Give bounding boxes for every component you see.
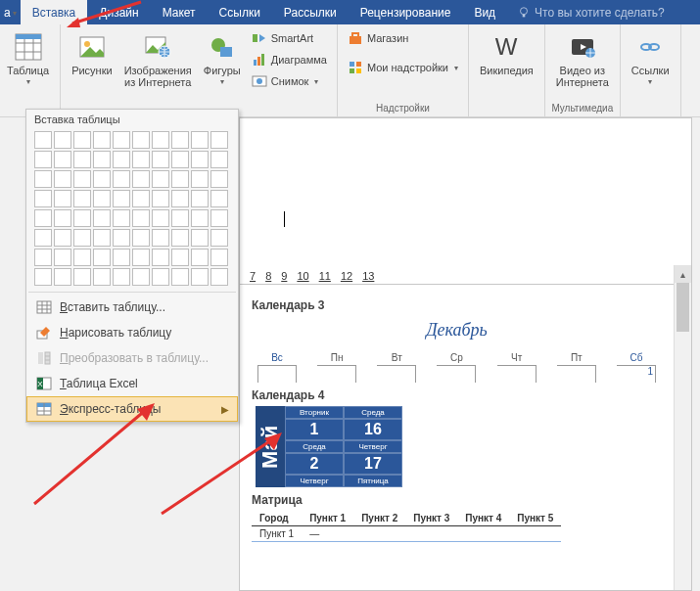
shapes-icon	[207, 31, 238, 63]
quick-tables-item[interactable]: Экспресс-таблицы ▶	[26, 396, 238, 422]
tab-design[interactable]: Дизайн	[87, 0, 150, 24]
table-dropdown: Вставка таблицы Вставить таблицу... Нари…	[25, 109, 239, 423]
excel-icon: X	[36, 376, 52, 391]
smartart-icon	[252, 30, 267, 46]
excel-table-item[interactable]: X Таблица Excel	[26, 371, 238, 396]
tab-partial[interactable]: а▾	[0, 0, 21, 24]
svg-rect-38	[45, 352, 50, 364]
calendar4-preview[interactable]: Май ВторникСреда 116 СредаЧетверг 217 Че…	[256, 406, 402, 487]
ribbon-tabs: а▾ Вставка Дизайн Макет Ссылки Рассылки …	[0, 0, 700, 24]
svg-point-9	[84, 41, 90, 47]
svg-rect-17	[257, 57, 260, 66]
smartart-button[interactable]: SmartArt	[248, 28, 331, 48]
tab-mailings[interactable]: Рассылки	[272, 0, 349, 24]
table-mini-icon	[36, 299, 52, 315]
draw-table-item[interactable]: Нарисовать таблицу	[26, 320, 238, 345]
svg-rect-7	[16, 34, 41, 39]
screenshot-icon	[252, 73, 267, 89]
online-pictures-button[interactable]: Изображенияиз Интернета	[119, 28, 197, 91]
matrix-preview[interactable]: ГородПункт 1Пункт 2Пункт 3Пункт 4Пункт 5…	[252, 511, 662, 542]
svg-point-20	[257, 78, 262, 84]
text-cursor	[284, 211, 285, 227]
scroll-thumb[interactable]	[677, 283, 689, 332]
insert-table-label: ставить таблицу...	[68, 300, 165, 314]
pencil-icon	[36, 325, 52, 341]
my-addins-button[interactable]: Мои надстройки▾	[344, 58, 462, 77]
svg-rect-14	[253, 34, 257, 42]
calendar4-heading: Календарь 4	[252, 388, 662, 402]
group-wikipedia: W Википедия	[469, 24, 545, 116]
group-addins: Магазин Мои надстройки▾ Надстройки	[338, 24, 469, 116]
convert-table-item: Преобразовать в таблицу...	[26, 345, 238, 371]
tab-layout[interactable]: Макет	[151, 0, 208, 24]
ruler: 78910111213	[240, 267, 674, 285]
svg-rect-31	[37, 301, 51, 313]
group-links: Ссылки ▾	[621, 24, 681, 116]
online-video-button[interactable]: Видео изИнтернета	[551, 28, 614, 88]
wikipedia-icon: W	[490, 31, 522, 63]
pictures-button[interactable]: Рисунки	[67, 28, 117, 91]
quick-tables-panel[interactable]: Календарь 3 Декабрь Вс Пн Вт Ср Чт Пт Сб…	[240, 285, 674, 590]
svg-text:X: X	[37, 380, 43, 388]
video-icon	[567, 31, 598, 63]
screenshot-button[interactable]: Снимок▾	[248, 71, 331, 91]
document-area: 78910111213 Календарь 3 Декабрь Вс Пн Вт…	[239, 117, 692, 591]
scrollbar[interactable]: ▴	[674, 265, 691, 590]
tab-insert[interactable]: Вставка	[21, 0, 88, 24]
calendar3-preview[interactable]: Декабрь Вс Пн Вт Ср Чт Пт Сб 1	[256, 320, 658, 383]
chart-button[interactable]: Диаграмма	[248, 50, 331, 69]
svg-text:W: W	[495, 33, 518, 60]
tab-references[interactable]: Ссылки	[208, 0, 272, 24]
svg-rect-22	[356, 62, 361, 67]
group-tables: Таблица ▾	[0, 24, 61, 116]
calendar3-days: Вс Пн Вт Ср Чт Пт Сб	[256, 352, 658, 363]
calendar3-heading: Календарь 3	[252, 298, 662, 312]
svg-rect-18	[261, 54, 264, 66]
addins-icon	[348, 60, 363, 75]
links-button[interactable]: Ссылки ▾	[627, 28, 675, 86]
matrix-heading: Матрица	[252, 493, 662, 507]
table-icon	[13, 31, 44, 63]
svg-line-50	[34, 409, 147, 504]
chevron-right-icon: ▶	[221, 404, 229, 415]
shapes-button[interactable]: Фигуры ▾	[199, 28, 246, 91]
insert-table-item[interactable]: Вставить таблицу...	[26, 295, 238, 320]
svg-point-0	[521, 7, 528, 14]
svg-rect-1	[523, 14, 526, 17]
svg-rect-24	[356, 68, 361, 73]
scroll-up-icon[interactable]: ▴	[675, 265, 691, 283]
dropdown-title: Вставка таблицы	[26, 110, 238, 129]
svg-rect-37	[38, 352, 43, 364]
tell-me[interactable]: Что вы хотите сделать?	[507, 0, 665, 24]
tab-review[interactable]: Рецензирование	[349, 0, 463, 24]
wikipedia-button[interactable]: W Википедия	[475, 28, 538, 76]
calendar3-month: Декабрь	[256, 320, 658, 341]
svg-rect-16	[254, 60, 257, 66]
store-icon	[348, 30, 363, 46]
pictures-icon	[76, 31, 108, 63]
calendar3-cells: 1	[256, 365, 658, 383]
tab-view[interactable]: Вид	[462, 0, 507, 24]
group-illustrations: Рисунки Изображенияиз Интернета Фигуры ▾…	[61, 24, 338, 116]
online-pictures-icon	[142, 31, 173, 63]
svg-rect-23	[350, 68, 354, 73]
table-button[interactable]: Таблица ▾	[2, 28, 54, 86]
calendar4-month: Май	[256, 406, 285, 487]
bulb-icon	[517, 6, 531, 20]
ribbon: Таблица ▾ Рисунки Изображенияиз Интернет…	[0, 24, 700, 117]
store-button[interactable]: Магазин	[344, 28, 462, 48]
svg-rect-21	[350, 62, 354, 67]
group-media: Видео изИнтернета Мультимедиа	[545, 24, 621, 116]
convert-icon	[36, 350, 52, 366]
link-icon	[634, 31, 666, 63]
svg-rect-13	[220, 47, 232, 57]
quick-tables-icon	[36, 401, 52, 417]
svg-marker-15	[259, 34, 265, 42]
chart-icon	[252, 52, 267, 68]
insert-table-grid[interactable]	[34, 131, 230, 286]
